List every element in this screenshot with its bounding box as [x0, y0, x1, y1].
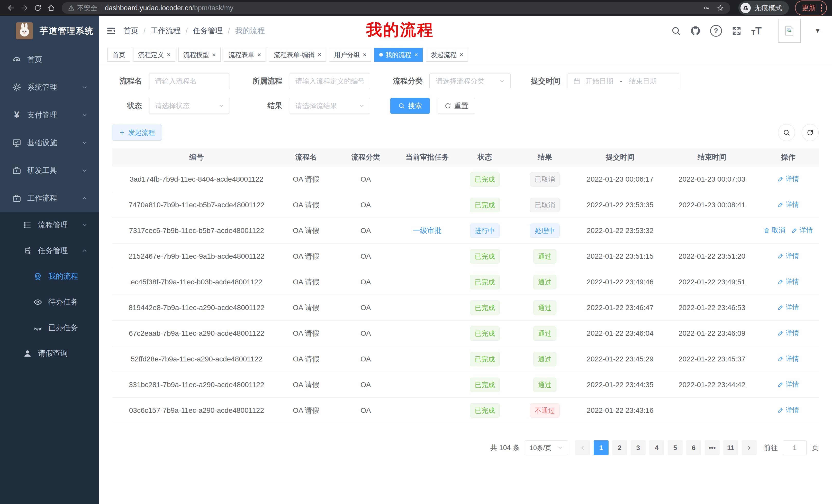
close-icon[interactable]: ×: [212, 52, 216, 58]
page-button-1[interactable]: 1: [594, 440, 608, 455]
close-icon[interactable]: ×: [460, 52, 463, 58]
cancel-link[interactable]: 取消: [763, 226, 785, 235]
help-icon[interactable]: ?: [710, 25, 722, 37]
sidebar-collapse-icon[interactable]: [99, 26, 123, 36]
page-button-5[interactable]: 5: [668, 440, 683, 455]
process-definition-input[interactable]: [289, 73, 370, 89]
reload-icon[interactable]: [32, 2, 44, 14]
tab-首页[interactable]: 首页: [107, 48, 130, 62]
goto-page-input[interactable]: [783, 440, 807, 455]
detail-link[interactable]: 详情: [778, 329, 799, 338]
home-icon[interactable]: [45, 2, 57, 14]
sidebar-item-工作流程[interactable]: 工作流程: [0, 185, 99, 212]
cell-current-task: [400, 346, 454, 372]
browser-menu-icon[interactable]: [821, 4, 822, 11]
cell-id: 2152467e-7b9b-11ec-9a1b-acde48001122: [112, 244, 281, 269]
tab-用户分组[interactable]: 用户分组×: [329, 48, 371, 62]
detail-link[interactable]: 详情: [778, 174, 799, 184]
close-icon[interactable]: ×: [414, 52, 418, 58]
incognito-label: 无痕模式: [754, 3, 782, 12]
sidebar-item-已办任务[interactable]: 已办任务: [0, 315, 99, 341]
header-search-icon[interactable]: [671, 26, 681, 36]
bookmark-star-icon[interactable]: [717, 4, 724, 11]
detail-link[interactable]: 详情: [778, 251, 799, 260]
close-icon[interactable]: ×: [317, 52, 321, 58]
start-date-placeholder: 开始日期: [586, 77, 613, 86]
tab-我的流程[interactable]: 我的流程×: [374, 48, 423, 62]
create-process-button[interactable]: 发起流程: [112, 124, 162, 141]
close-icon[interactable]: ×: [167, 52, 171, 58]
fullscreen-icon[interactable]: [732, 26, 742, 36]
sidebar-item-待办任务[interactable]: 待办任务: [0, 289, 99, 315]
sidebar-item-label: 研发工具: [27, 165, 57, 176]
sidebar-item-研发工具[interactable]: 研发工具: [0, 157, 99, 185]
sidebar-item-首页[interactable]: 首页: [0, 46, 99, 74]
tab-流程表单[interactable]: 流程表单×: [224, 48, 266, 62]
breadcrumb-item[interactable]: 首页: [123, 26, 138, 36]
show-search-button[interactable]: [778, 124, 795, 141]
page-size-select[interactable]: 10条/页: [525, 440, 568, 455]
sidebar-item-任务管理[interactable]: 任务管理: [0, 238, 99, 263]
tab-流程表单-编辑[interactable]: 流程表单-编辑×: [269, 48, 326, 62]
page-button-6[interactable]: 6: [686, 440, 701, 455]
tab-流程定义[interactable]: 流程定义×: [133, 48, 175, 62]
forward-icon[interactable]: [19, 2, 30, 14]
page-button-4[interactable]: 4: [649, 440, 664, 455]
process-name-input[interactable]: [149, 73, 230, 89]
sidebar-item-请假查询[interactable]: 请假查询: [0, 341, 99, 366]
page-button-3[interactable]: 3: [631, 440, 646, 455]
cell-category: OA: [331, 166, 400, 192]
chevron-down-icon: [81, 167, 88, 174]
sidebar-item-系统管理[interactable]: 系统管理: [0, 74, 99, 101]
app-logo[interactable]: 芋道管理系统: [0, 16, 99, 46]
reset-button[interactable]: 重置: [438, 98, 475, 114]
task-link[interactable]: 一级审批: [413, 227, 442, 234]
security-warning[interactable]: 不安全: [68, 4, 97, 12]
detail-link[interactable]: 详情: [778, 405, 799, 415]
sidebar-item-基础设施[interactable]: 基础设施: [0, 129, 99, 157]
table-row: ec45f38f-7b9a-11ec-b03b-acde48001122OA 请…: [112, 269, 818, 295]
detail-link[interactable]: 详情: [778, 380, 799, 389]
close-icon[interactable]: ×: [363, 52, 366, 58]
sidebar-item-我的流程[interactable]: 我的流程: [0, 263, 99, 289]
search-button[interactable]: 搜索: [390, 98, 430, 114]
next-page-button[interactable]: [742, 440, 757, 455]
close-icon[interactable]: ×: [257, 52, 261, 58]
sidebar-item-支付管理[interactable]: ¥支付管理: [0, 101, 99, 129]
action-label: 详情: [786, 329, 799, 338]
cell-id: ec45f38f-7b9a-11ec-b03b-acde48001122: [112, 269, 281, 295]
update-button[interactable]: 更新: [795, 1, 827, 16]
cell-submit-time: 2022-01-22 23:45:29: [574, 346, 666, 372]
detail-link[interactable]: 详情: [778, 303, 799, 312]
font-size-icon[interactable]: TT: [751, 26, 761, 36]
category-select[interactable]: 请选择流程分类: [430, 73, 511, 89]
url-bar[interactable]: 不安全 dashboard.yudao.iocoder.cn/bpm/task/…: [62, 2, 730, 14]
cell-status: 已完成: [454, 244, 516, 269]
prev-page-button[interactable]: [575, 440, 590, 455]
page-button-2[interactable]: 2: [612, 440, 627, 455]
refresh-table-button[interactable]: [802, 124, 818, 141]
status-badge: 已完成: [470, 301, 500, 315]
detail-link[interactable]: 详情: [778, 200, 799, 209]
detail-link[interactable]: 详情: [778, 277, 799, 286]
avatar[interactable]: [778, 19, 801, 43]
breadcrumb-item[interactable]: 任务管理: [193, 26, 223, 36]
key-icon[interactable]: [703, 4, 710, 11]
cell-id: 03c6c157-7b9a-11ec-a290-acde48001122: [112, 398, 281, 423]
cell-current-task: [400, 244, 454, 269]
yen-icon: ¥: [12, 110, 22, 120]
sidebar-item-流程管理[interactable]: 流程管理: [0, 212, 99, 238]
pager-ellipsis[interactable]: •••: [705, 440, 720, 455]
detail-link[interactable]: 详情: [791, 226, 813, 235]
detail-link[interactable]: 详情: [778, 354, 799, 363]
back-icon[interactable]: [5, 2, 17, 14]
submit-time-range[interactable]: 开始日期 - 结束日期: [567, 73, 679, 89]
github-icon[interactable]: [691, 26, 700, 36]
result-select[interactable]: 请选择流结果: [289, 98, 370, 114]
tab-流程模型[interactable]: 流程模型×: [178, 48, 220, 62]
status-select[interactable]: 请选择状态: [149, 98, 230, 114]
breadcrumb-item[interactable]: 工作流程: [151, 26, 181, 36]
page-button-11[interactable]: 11: [723, 440, 738, 455]
avatar-caret-icon[interactable]: ▼: [814, 27, 821, 34]
tab-发起流程[interactable]: 发起流程×: [426, 48, 468, 62]
